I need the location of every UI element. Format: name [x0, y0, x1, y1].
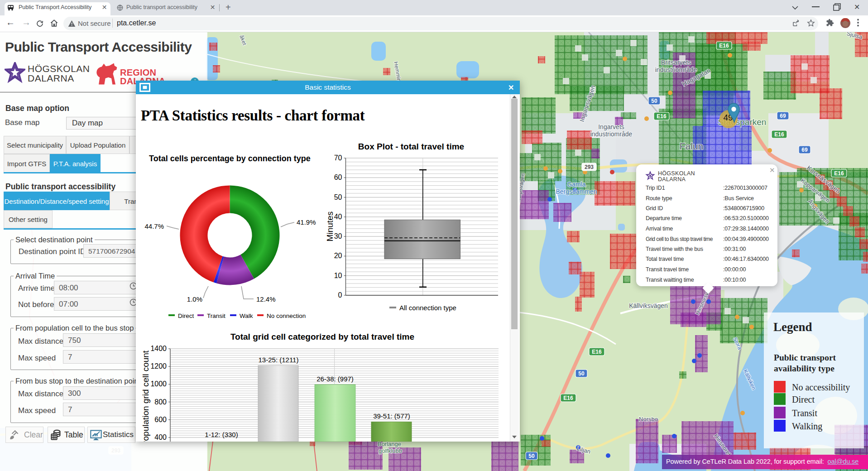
svg-text:E16: E16: [657, 113, 667, 120]
svg-text:E16: E16: [592, 349, 602, 355]
svg-text:Bergsdammen: Bergsdammen: [556, 188, 597, 195]
svg-text:Total cells percentage by conn: Total cells percentage by connection typ…: [149, 154, 311, 163]
svg-text:Minutes: Minutes: [325, 211, 335, 242]
svg-text:50: 50: [334, 193, 342, 201]
svg-text:1400: 1400: [150, 345, 167, 352]
svg-text:E16: E16: [834, 170, 844, 177]
svg-text:70: 70: [334, 154, 342, 162]
svg-text:10: 10: [334, 272, 342, 279]
svg-text:69: 69: [780, 113, 786, 119]
svg-text:Gamla: Gamla: [567, 181, 585, 188]
svg-text:41.9%: 41.9%: [297, 218, 316, 226]
svg-text:Borlange: Borlange: [378, 441, 401, 447]
svg-text:E16: E16: [719, 43, 729, 49]
svg-text:69: 69: [801, 147, 808, 153]
svg-text:26-38: (997): 26-38: (997): [317, 375, 354, 383]
svg-text:30: 30: [334, 232, 342, 240]
svg-text:13-25: (1211): 13-25: (1211): [259, 356, 299, 364]
svg-text:Ingarvets: Ingarvets: [598, 123, 624, 130]
svg-text:12.4%: 12.4%: [256, 295, 276, 303]
svg-text:1000: 1000: [150, 380, 167, 388]
svg-text:All connection type: All connection type: [399, 304, 456, 312]
svg-text:industriområde: industriområde: [655, 66, 697, 73]
svg-text:0: 0: [338, 291, 342, 299]
svg-text:293: 293: [585, 164, 594, 170]
svg-text:50: 50: [528, 453, 535, 459]
svg-text:No connection: No connection: [267, 312, 306, 319]
svg-text:Norsbo: Norsbo: [639, 416, 658, 423]
svg-text:Population grid cell count: Population grid cell count: [141, 350, 150, 442]
svg-text:Box Plot - total travel time: Box Plot - total travel time: [358, 142, 464, 151]
svg-text:400: 400: [154, 433, 167, 441]
svg-text:40: 40: [334, 213, 342, 221]
svg-text:20: 20: [334, 252, 342, 260]
svg-text:600: 600: [154, 416, 167, 423]
svg-text:Britsarvets: Britsarvets: [661, 59, 691, 66]
svg-text:Total grid cell categorized by: Total grid cell categorized by total tra…: [230, 332, 414, 341]
svg-text:44.7%: 44.7%: [144, 222, 164, 230]
svg-text:50: 50: [651, 98, 657, 104]
svg-text:1-12: (330): 1-12: (330): [205, 431, 238, 438]
svg-text:Walk: Walk: [240, 312, 253, 319]
svg-text:Direct: Direct: [178, 312, 194, 319]
svg-text:Falun: Falun: [680, 141, 704, 151]
svg-text:industriområde: industriområde: [590, 130, 633, 138]
svg-text:Transit: Transit: [207, 312, 225, 319]
svg-text:50: 50: [578, 370, 585, 377]
svg-text:1200: 1200: [150, 362, 167, 370]
svg-text:1.0%: 1.0%: [187, 295, 202, 303]
svg-text:golfklubb: golfklubb: [379, 447, 402, 454]
svg-text:39-51: (577): 39-51: (577): [373, 412, 410, 420]
svg-text:E16: E16: [774, 131, 784, 138]
svg-text:800: 800: [154, 398, 167, 406]
svg-text:E16: E16: [563, 395, 573, 401]
svg-text:Källviksvägen: Källviksvägen: [629, 302, 668, 309]
svg-text:60: 60: [334, 173, 342, 181]
